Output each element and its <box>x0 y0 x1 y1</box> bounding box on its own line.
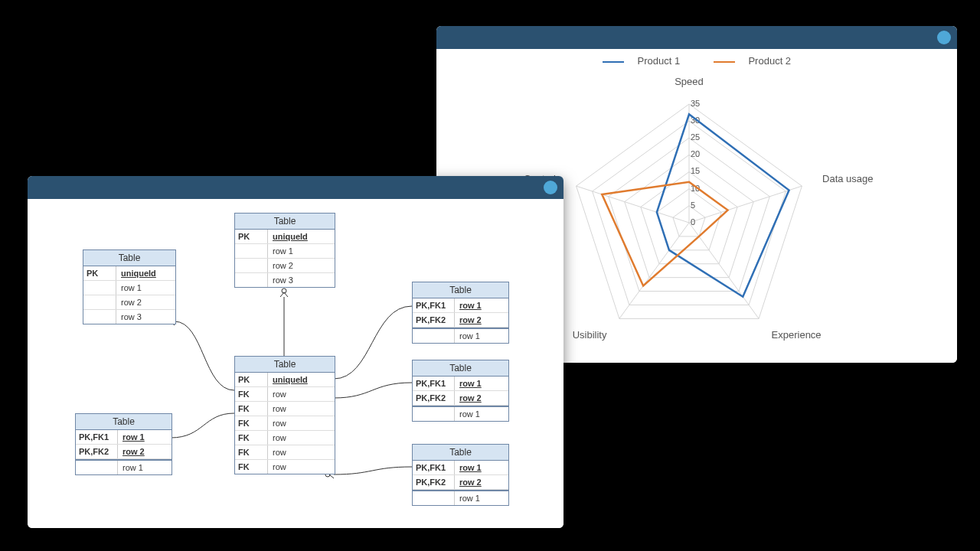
row-key <box>83 295 116 309</box>
svg-line-11 <box>577 186 689 223</box>
legend-item-2: Product 2 <box>706 55 799 67</box>
er-table-title: Table <box>413 445 508 461</box>
svg-text:35: 35 <box>691 99 700 108</box>
table-row: row 2 <box>235 259 335 273</box>
er-table-center[interactable]: TablePKuniqueIdFKrowFKrowFKrowFKrowFKrow… <box>234 356 335 474</box>
er-panel-header[interactable] <box>28 176 564 199</box>
row-key: FK <box>235 445 268 459</box>
table-row: row 1 <box>235 244 335 259</box>
table-row: row 1 <box>413 329 508 343</box>
svg-text:Speed: Speed <box>675 76 704 87</box>
row-value: uniqueId <box>268 230 335 243</box>
table-row: row 1 <box>413 407 508 421</box>
row-key <box>413 491 455 505</box>
row-value: row 1 <box>455 491 508 505</box>
row-value: row <box>268 402 335 416</box>
svg-text:20: 20 <box>691 149 700 158</box>
table-row: PK,FK1row 1 <box>413 298 508 313</box>
row-key: PK <box>83 266 116 280</box>
row-key: PK,FK1 <box>76 430 118 444</box>
row-value: row 2 <box>268 259 335 272</box>
legend-label-1: Product 1 <box>638 55 681 67</box>
table-row: row 2 <box>83 295 175 310</box>
svg-text:25: 25 <box>691 132 700 142</box>
row-value: row <box>268 416 335 430</box>
row-key <box>235 273 268 287</box>
row-key: FK <box>235 460 268 474</box>
er-table-right-3[interactable]: TablePK,FK1row 1PK,FK2row 2row 1 <box>412 444 509 506</box>
table-row: row 1 <box>413 491 508 505</box>
row-key <box>413 329 455 343</box>
svg-text:Usibility: Usibility <box>573 329 607 341</box>
legend-swatch-2 <box>714 61 735 63</box>
row-key <box>235 259 268 272</box>
svg-text:Experience: Experience <box>772 329 822 341</box>
legend-label-2: Product 2 <box>748 55 791 67</box>
table-row: PK,FK2row 2 <box>413 475 508 490</box>
table-row: row 1 <box>83 281 175 295</box>
svg-point-27 <box>282 289 286 293</box>
table-row: PK,FK2row 2 <box>76 445 172 459</box>
svg-text:15: 15 <box>691 166 700 175</box>
row-value: row 1 <box>455 407 508 421</box>
svg-marker-26 <box>602 182 727 286</box>
chart-panel-header[interactable] <box>436 26 957 49</box>
row-value: row <box>268 460 335 474</box>
svg-text:5: 5 <box>691 201 695 210</box>
row-value: row 3 <box>268 273 335 287</box>
table-row: FKrow <box>235 445 335 460</box>
row-value: row 1 <box>118 430 172 444</box>
row-value: row 2 <box>116 295 175 309</box>
row-key: FK <box>235 431 268 445</box>
row-value: row 1 <box>118 461 172 474</box>
table-row: row 1 <box>76 461 172 474</box>
er-table-right-1[interactable]: TablePK,FK1row 1PK,FK2row 2row 1 <box>412 282 509 344</box>
row-key <box>413 407 455 421</box>
chart-legend: Product 1 Product 2 <box>436 49 957 70</box>
table-row: PKuniqueId <box>235 373 335 387</box>
er-table-top[interactable]: TablePKuniqueIdrow 1row 2row 3 <box>234 213 335 288</box>
er-panel-body: TablePKuniqueIdrow 1row 2row 3 TablePKun… <box>28 199 564 528</box>
er-table-title: Table <box>413 360 508 377</box>
panel-dot-icon <box>937 31 951 44</box>
table-row: FKrow <box>235 402 335 416</box>
table-row: row 3 <box>235 273 335 287</box>
row-key: FK <box>235 402 268 416</box>
row-value: row 1 <box>455 461 508 474</box>
row-value: row 1 <box>455 377 508 390</box>
row-key <box>83 281 116 295</box>
row-key: PK <box>235 230 268 243</box>
row-key: PK,FK2 <box>413 391 455 405</box>
table-row: PKuniqueId <box>235 230 335 244</box>
row-value: uniqueId <box>268 373 335 386</box>
legend-swatch-1 <box>603 61 624 63</box>
row-key <box>235 244 268 258</box>
table-row: PK,FK2row 2 <box>413 391 508 406</box>
row-key: PK <box>235 373 268 386</box>
legend-item-1: Product 1 <box>595 55 691 67</box>
row-key: PK,FK1 <box>413 377 455 390</box>
row-value: row 1 <box>268 244 335 258</box>
er-table-title: Table <box>83 250 175 266</box>
er-table-left-upper[interactable]: TablePKuniqueIdrow 1row 2row 3 <box>83 249 176 324</box>
er-table-right-2[interactable]: TablePK,FK1row 1PK,FK2row 2row 1 <box>412 360 509 422</box>
row-value: row <box>268 387 335 401</box>
table-row: PK,FK1row 1 <box>413 461 508 475</box>
row-key <box>83 310 116 324</box>
table-row: FKrow <box>235 460 335 474</box>
row-key: PK,FK1 <box>413 298 455 312</box>
row-value: row 1 <box>116 281 175 295</box>
er-table-left-lower[interactable]: TablePK,FK1row 1PK,FK2row 2row 1 <box>75 413 172 475</box>
row-key: PK,FK1 <box>413 461 455 474</box>
row-key: FK <box>235 387 268 401</box>
row-value: row <box>268 445 335 459</box>
panel-dot-icon <box>544 181 557 194</box>
er-table-title: Table <box>235 214 335 230</box>
table-row: FKrow <box>235 431 335 445</box>
row-value: row 2 <box>455 391 508 405</box>
table-row: FKrow <box>235 387 335 402</box>
row-key: PK,FK2 <box>76 445 118 458</box>
er-table-title: Table <box>76 414 172 430</box>
row-value: uniqueId <box>116 266 175 280</box>
er-panel: TablePKuniqueIdrow 1row 2row 3 TablePKun… <box>28 176 564 528</box>
